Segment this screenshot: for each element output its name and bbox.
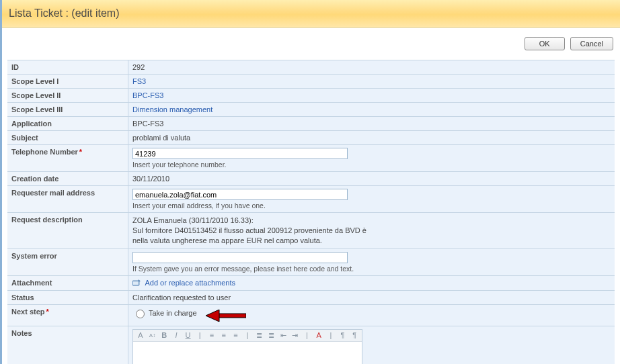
telephone-hint: Insert your telephone number. [132,161,611,169]
label-notes: Notes [7,326,128,364]
rte-align-right-button[interactable]: ≡ [231,331,241,339]
link-scope3[interactable]: Dimension management [132,105,212,113]
link-scope1[interactable]: FS3 [132,77,146,85]
link-scope2[interactable]: BPC-FS3 [132,91,163,99]
dialog-title: Lista Ticket : (edit item) [9,7,120,19]
rte-underline-button[interactable]: U [184,331,193,339]
attachment-icon [132,279,141,287]
rte-ltr-button[interactable]: ¶ [338,331,348,339]
svg-marker-3 [206,310,219,322]
label-scope1: Scope Level I [7,75,128,88]
rte-list-ul-button[interactable]: ≣ [267,331,276,340]
label-telephone: Telephone Number* [7,145,128,171]
rte-rtl-button[interactable]: ¶ [350,331,359,339]
ticket-form: ID 292 Scope Level I FS3 Scope Level II … [7,60,615,364]
label-id: ID [7,60,128,74]
svg-rect-2 [218,314,246,318]
cancel-button[interactable]: Cancel [570,37,613,50]
svg-rect-1 [133,281,139,285]
rte-textcolor-button[interactable]: A [314,331,323,339]
dialog-actions: OK Cancel [2,28,620,60]
ok-button[interactable]: OK [525,37,565,50]
required-marker: * [45,308,49,316]
annotation-arrow-icon [206,310,246,323]
label-creation-date: Creation date [7,172,128,185]
value-creation-date: 30/11/2010 [128,172,615,185]
rte-bold-button[interactable]: B [159,331,169,339]
label-scope2: Scope Level II [7,89,128,102]
rte-sep: | [326,331,336,339]
label-sys-error: System error [7,249,128,275]
take-in-charge-radio[interactable] [136,310,145,318]
next-step-option[interactable]: Take in charge [132,308,197,318]
required-marker: * [78,148,82,156]
label-status: Status [7,291,128,304]
system-error-hint: If System gave you an error message, ple… [132,265,361,273]
add-attachment-link[interactable]: Add or replace attachments [145,279,235,287]
label-attachment: Attachment [7,276,128,290]
rte-align-left-button[interactable]: ≡ [207,331,217,339]
system-error-input[interactable] [132,252,348,263]
rte-toolbar: A A↕ B I U | ≡ ≡ ≡ | ≣ ≣ ⇤ ⇥ | [133,330,362,342]
value-subject: problami di valuta [128,131,615,144]
label-req-desc: Request description [7,213,128,248]
rte-sep: | [303,331,312,339]
label-application: Application [7,117,128,130]
label-scope3: Scope Level III [7,103,128,116]
value-id: 292 [128,60,615,74]
rte-sep: | [243,331,252,339]
take-in-charge-label: Take in charge [149,309,197,317]
rte-font-button[interactable]: A [136,331,145,339]
dialog-titlebar: Lista Ticket : (edit item) [2,0,620,28]
label-next-step: Next step* [7,305,128,326]
rte-outdent-button[interactable]: ⇤ [278,331,288,340]
rte-align-center-button[interactable]: ≡ [219,331,229,339]
value-application: BPC-FS3 [128,117,615,130]
rte-indent-button[interactable]: ⇥ [290,331,300,340]
rte-sep: | [195,331,204,339]
telephone-input[interactable] [132,148,348,159]
label-subject: Subject [7,131,128,144]
label-req-mail: Requester mail address [7,186,128,212]
requester-mail-input[interactable] [132,189,348,200]
rte-fontsize-button[interactable]: A↕ [148,332,157,338]
value-status: Clarification requested to user [128,291,615,304]
notes-textarea[interactable] [133,342,362,364]
requester-mail-hint: Insert your email address, if you have o… [132,201,611,210]
rte-list-ol-button[interactable]: ≣ [255,331,264,340]
notes-editor: A A↕ B I U | ≡ ≡ ≡ | ≣ ≣ ⇤ ⇥ | [132,329,362,364]
rte-italic-button[interactable]: I [171,331,181,339]
request-description: ZOLA Emanuela (30/11/2010 16.33): Sul fo… [128,213,379,248]
